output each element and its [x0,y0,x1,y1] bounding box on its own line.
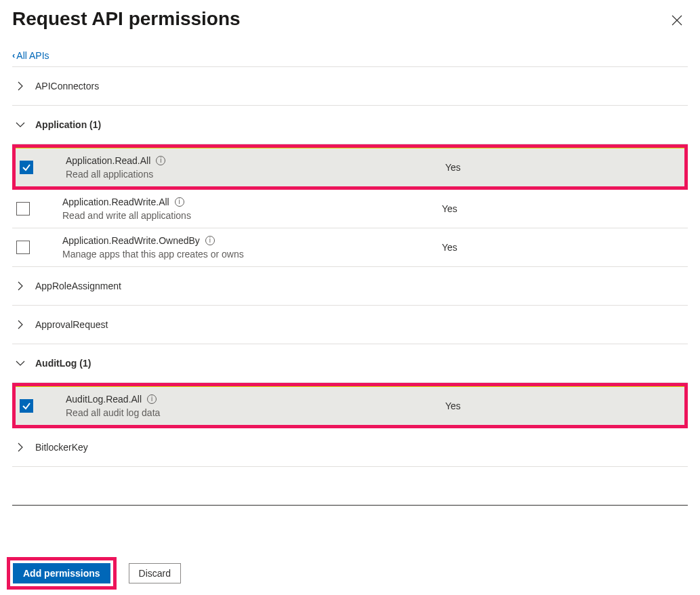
permission-description: Manage apps that this app creates or own… [62,249,442,260]
highlight-box: Application.Read.AlliRead all applicatio… [12,144,688,190]
permission-row[interactable]: Application.ReadWrite.AlliRead and write… [12,190,688,228]
permission-info: AuditLog.Read.AlliRead all audit log dat… [66,394,445,418]
group-label: APIConnectors [35,81,99,91]
permission-name: Application.ReadWrite.OwnedBy [62,235,200,246]
group-header-bitlockerkey[interactable]: BitlockerKey [12,428,688,467]
permission-info: Application.ReadWrite.AlliRead and write… [62,197,442,221]
group-label: ApprovalRequest [35,319,108,330]
permission-info: Application.Read.AlliRead all applicatio… [66,155,445,180]
permission-admin-consent: Yes [445,162,461,173]
permission-row[interactable]: Application.ReadWrite.OwnedByiManage app… [12,228,688,267]
group-label: AuditLog (1) [35,358,91,369]
chevron-down-icon [15,358,26,369]
back-link-label: All APIs [16,50,49,61]
chevron-down-icon [15,119,26,130]
permission-info: Application.ReadWrite.OwnedByiManage app… [62,235,442,260]
permission-admin-consent: Yes [442,203,457,214]
group-header-approleassignment[interactable]: AppRoleAssignment [12,267,688,306]
highlight-add-permissions: Add permissions [7,557,117,590]
info-icon[interactable]: i [156,156,165,165]
group-label: AppRoleAssignment [35,281,121,291]
permission-row[interactable]: Application.Read.AlliRead all applicatio… [16,148,684,186]
add-permissions-button[interactable]: Add permissions [13,563,110,583]
permission-checkbox[interactable] [20,161,33,174]
chevron-left-icon: ‹ [12,50,15,60]
close-icon[interactable] [669,12,685,30]
permission-name: Application.ReadWrite.All [62,197,169,207]
permission-description: Read all audit log data [66,407,445,418]
chevron-right-icon [15,442,26,453]
group-header-auditlog[interactable]: AuditLog (1) [12,344,688,383]
group-header-approvalrequest[interactable]: ApprovalRequest [12,306,688,344]
permission-name: AuditLog.Read.All [66,394,142,405]
info-icon[interactable]: i [205,236,215,245]
info-icon[interactable]: i [147,394,157,404]
permission-checkbox[interactable] [16,202,30,216]
discard-button[interactable]: Discard [129,563,181,583]
info-icon[interactable]: i [175,197,184,207]
permission-description: Read all applications [66,169,445,180]
permission-admin-consent: Yes [442,242,457,253]
permission-row[interactable]: AuditLog.Read.AlliRead all audit log dat… [16,386,684,425]
page-title: Request API permissions [12,8,241,30]
chevron-right-icon [15,81,26,91]
permission-checkbox[interactable] [20,399,33,413]
group-label: BitlockerKey [35,442,88,453]
chevron-right-icon [15,319,26,330]
permission-description: Read and write all applications [62,210,442,221]
permission-name: Application.Read.All [66,155,150,166]
group-header-apiconnectors[interactable]: APIConnectors [12,67,688,106]
back-link-all-apis[interactable]: ‹ All APIs [12,50,49,61]
permission-admin-consent: Yes [445,401,461,411]
permission-checkbox[interactable] [16,241,30,254]
chevron-right-icon [15,281,26,291]
highlight-box: AuditLog.Read.AlliRead all audit log dat… [12,383,688,428]
group-header-application[interactable]: Application (1) [12,106,688,144]
group-label: Application (1) [35,119,101,130]
